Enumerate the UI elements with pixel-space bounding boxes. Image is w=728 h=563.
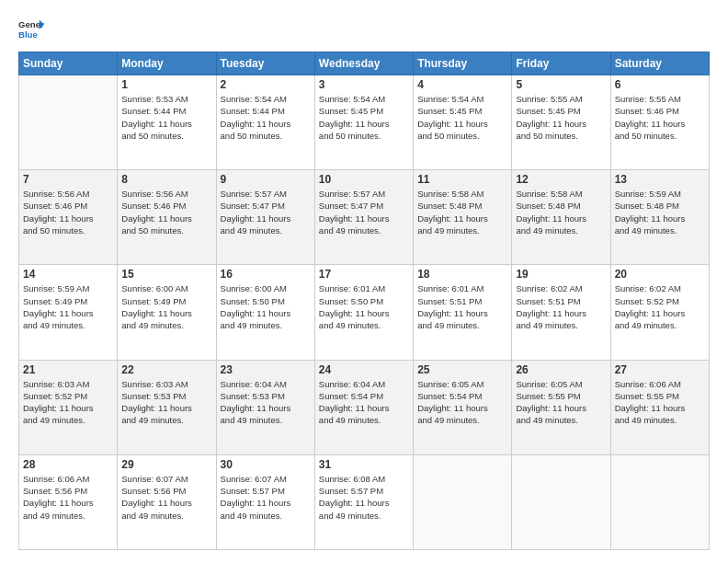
day-info: Sunrise: 6:01 AMSunset: 5:51 PMDaylight:… [417, 282, 507, 331]
calendar-cell: 28Sunrise: 6:06 AMSunset: 5:56 PMDayligh… [19, 454, 118, 549]
day-number: 22 [121, 363, 211, 376]
day-number: 16 [221, 268, 311, 281]
day-info: Sunrise: 6:08 AMSunset: 5:57 PMDaylight:… [319, 473, 409, 522]
calendar-cell: 12Sunrise: 5:58 AMSunset: 5:48 PMDayligh… [512, 170, 610, 265]
day-info: Sunrise: 6:07 AMSunset: 5:57 PMDaylight:… [221, 473, 311, 522]
day-number: 7 [23, 173, 113, 186]
calendar-cell: 15Sunrise: 6:00 AMSunset: 5:49 PMDayligh… [118, 265, 216, 360]
calendar-cell: 27Sunrise: 6:06 AMSunset: 5:55 PMDayligh… [610, 360, 709, 454]
day-number: 31 [319, 458, 409, 471]
day-number: 30 [221, 458, 311, 471]
calendar-cell: 30Sunrise: 6:07 AMSunset: 5:57 PMDayligh… [216, 454, 314, 549]
day-number: 19 [516, 268, 606, 281]
col-header-friday: Friday [512, 52, 610, 75]
calendar-cell [512, 454, 610, 549]
calendar-cell: 17Sunrise: 6:01 AMSunset: 5:50 PMDayligh… [314, 265, 413, 360]
day-number: 5 [516, 78, 606, 91]
day-info: Sunrise: 6:05 AMSunset: 5:55 PMDaylight:… [516, 378, 606, 427]
day-info: Sunrise: 6:03 AMSunset: 5:53 PMDaylight:… [121, 378, 211, 427]
day-info: Sunrise: 5:59 AMSunset: 5:48 PMDaylight:… [615, 188, 705, 236]
day-number: 29 [121, 458, 211, 471]
calendar-cell: 31Sunrise: 6:08 AMSunset: 5:57 PMDayligh… [314, 454, 413, 549]
calendar-week-row: 1Sunrise: 5:53 AMSunset: 5:44 PMDaylight… [19, 75, 710, 170]
day-info: Sunrise: 5:54 AMSunset: 5:45 PMDaylight:… [417, 93, 507, 142]
calendar-week-row: 7Sunrise: 5:56 AMSunset: 5:46 PMDaylight… [19, 170, 710, 265]
day-number: 2 [221, 78, 311, 91]
day-number: 9 [221, 173, 311, 186]
day-info: Sunrise: 6:01 AMSunset: 5:50 PMDaylight:… [319, 282, 409, 331]
calendar-week-row: 28Sunrise: 6:06 AMSunset: 5:56 PMDayligh… [19, 454, 710, 549]
day-number: 17 [319, 268, 409, 281]
svg-text:Blue: Blue [18, 29, 38, 40]
calendar-week-row: 21Sunrise: 6:03 AMSunset: 5:52 PMDayligh… [19, 360, 710, 454]
day-info: Sunrise: 6:05 AMSunset: 5:54 PMDaylight:… [417, 378, 507, 427]
page: General Blue SundayMondayTuesdayWednesda… [0, 0, 728, 563]
calendar-header-row: SundayMondayTuesdayWednesdayThursdayFrid… [19, 52, 710, 75]
calendar-week-row: 14Sunrise: 5:59 AMSunset: 5:49 PMDayligh… [19, 265, 710, 360]
day-info: Sunrise: 6:06 AMSunset: 5:56 PMDaylight:… [23, 473, 113, 522]
day-info: Sunrise: 5:57 AMSunset: 5:47 PMDaylight:… [319, 188, 409, 236]
calendar-cell: 13Sunrise: 5:59 AMSunset: 5:48 PMDayligh… [610, 170, 709, 265]
calendar-table: SundayMondayTuesdayWednesdayThursdayFrid… [18, 52, 710, 550]
day-info: Sunrise: 5:57 AMSunset: 5:47 PMDaylight:… [221, 188, 311, 236]
day-info: Sunrise: 5:58 AMSunset: 5:48 PMDaylight:… [417, 188, 507, 236]
day-info: Sunrise: 5:59 AMSunset: 5:49 PMDaylight:… [23, 282, 113, 331]
day-number: 21 [23, 363, 113, 376]
day-number: 18 [417, 268, 507, 281]
day-info: Sunrise: 6:00 AMSunset: 5:49 PMDaylight:… [121, 282, 211, 331]
day-number: 20 [615, 268, 705, 281]
header: General Blue [18, 17, 710, 42]
col-header-saturday: Saturday [610, 52, 709, 75]
day-info: Sunrise: 6:02 AMSunset: 5:52 PMDaylight:… [615, 282, 705, 331]
day-info: Sunrise: 6:06 AMSunset: 5:55 PMDaylight:… [615, 378, 705, 427]
calendar-cell: 7Sunrise: 5:56 AMSunset: 5:46 PMDaylight… [19, 170, 118, 265]
day-number: 6 [615, 78, 705, 91]
day-info: Sunrise: 5:58 AMSunset: 5:48 PMDaylight:… [516, 188, 606, 236]
day-number: 12 [516, 173, 606, 186]
calendar-cell: 1Sunrise: 5:53 AMSunset: 5:44 PMDaylight… [118, 75, 216, 170]
calendar-cell: 24Sunrise: 6:04 AMSunset: 5:54 PMDayligh… [314, 360, 413, 454]
day-number: 8 [121, 173, 211, 186]
calendar-cell: 2Sunrise: 5:54 AMSunset: 5:44 PMDaylight… [216, 75, 314, 170]
col-header-wednesday: Wednesday [314, 52, 413, 75]
day-number: 13 [615, 173, 705, 186]
calendar-cell: 23Sunrise: 6:04 AMSunset: 5:53 PMDayligh… [216, 360, 314, 454]
calendar-cell [610, 454, 709, 549]
calendar-cell: 20Sunrise: 6:02 AMSunset: 5:52 PMDayligh… [610, 265, 709, 360]
calendar-cell: 9Sunrise: 5:57 AMSunset: 5:47 PMDaylight… [216, 170, 314, 265]
calendar-cell: 11Sunrise: 5:58 AMSunset: 5:48 PMDayligh… [414, 170, 512, 265]
calendar-cell: 16Sunrise: 6:00 AMSunset: 5:50 PMDayligh… [216, 265, 314, 360]
day-info: Sunrise: 5:54 AMSunset: 5:44 PMDaylight:… [221, 93, 311, 142]
day-info: Sunrise: 6:04 AMSunset: 5:53 PMDaylight:… [221, 378, 311, 427]
calendar-cell: 18Sunrise: 6:01 AMSunset: 5:51 PMDayligh… [414, 265, 512, 360]
day-number: 14 [23, 268, 113, 281]
day-info: Sunrise: 6:00 AMSunset: 5:50 PMDaylight:… [221, 282, 311, 331]
calendar-cell: 21Sunrise: 6:03 AMSunset: 5:52 PMDayligh… [19, 360, 118, 454]
day-info: Sunrise: 5:56 AMSunset: 5:46 PMDaylight:… [23, 188, 113, 236]
day-info: Sunrise: 5:55 AMSunset: 5:46 PMDaylight:… [615, 93, 705, 142]
calendar-cell: 14Sunrise: 5:59 AMSunset: 5:49 PMDayligh… [19, 265, 118, 360]
col-header-sunday: Sunday [19, 52, 118, 75]
calendar-cell: 4Sunrise: 5:54 AMSunset: 5:45 PMDaylight… [414, 75, 512, 170]
calendar-cell: 26Sunrise: 6:05 AMSunset: 5:55 PMDayligh… [512, 360, 610, 454]
day-number: 15 [121, 268, 211, 281]
calendar-cell: 22Sunrise: 6:03 AMSunset: 5:53 PMDayligh… [118, 360, 216, 454]
day-number: 11 [417, 173, 507, 186]
day-info: Sunrise: 5:56 AMSunset: 5:46 PMDaylight:… [121, 188, 211, 236]
calendar-cell: 5Sunrise: 5:55 AMSunset: 5:45 PMDaylight… [512, 75, 610, 170]
day-info: Sunrise: 6:03 AMSunset: 5:52 PMDaylight:… [23, 378, 113, 427]
day-number: 25 [417, 363, 507, 376]
day-info: Sunrise: 5:53 AMSunset: 5:44 PMDaylight:… [121, 93, 211, 142]
day-number: 23 [221, 363, 311, 376]
day-info: Sunrise: 5:54 AMSunset: 5:45 PMDaylight:… [319, 93, 409, 142]
col-header-thursday: Thursday [414, 52, 512, 75]
calendar-cell: 29Sunrise: 6:07 AMSunset: 5:56 PMDayligh… [118, 454, 216, 549]
day-number: 1 [121, 78, 211, 91]
calendar-cell: 10Sunrise: 5:57 AMSunset: 5:47 PMDayligh… [314, 170, 413, 265]
day-number: 10 [319, 173, 409, 186]
day-info: Sunrise: 6:07 AMSunset: 5:56 PMDaylight:… [121, 473, 211, 522]
day-number: 4 [417, 78, 507, 91]
day-number: 26 [516, 363, 606, 376]
day-number: 24 [319, 363, 409, 376]
calendar-cell: 6Sunrise: 5:55 AMSunset: 5:46 PMDaylight… [610, 75, 709, 170]
